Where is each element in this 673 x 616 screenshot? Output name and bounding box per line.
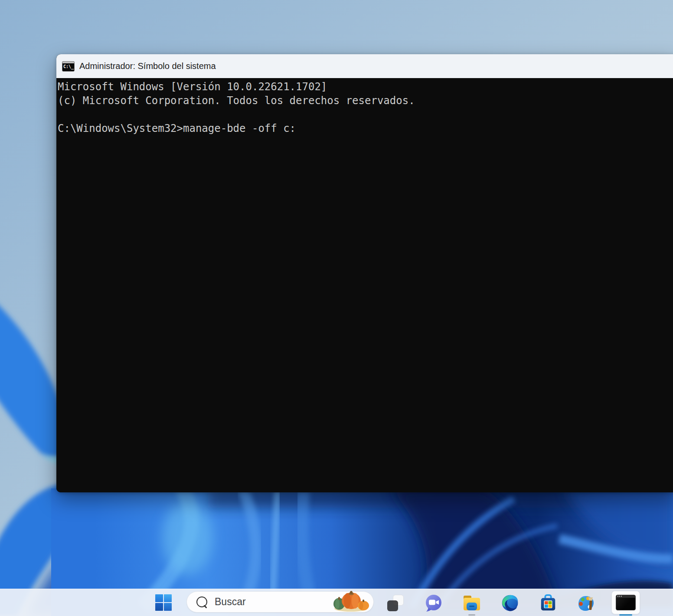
chat-icon (424, 593, 443, 613)
paint-button[interactable] (577, 593, 596, 613)
command-prompt-active-indicator (619, 614, 632, 616)
start-button[interactable] (154, 593, 173, 612)
pumpkins-icon (331, 587, 371, 612)
console-output[interactable]: Microsoft Windows [Versión 10.0.22621.17… (56, 78, 673, 492)
search-box[interactable]: Buscar (186, 591, 374, 613)
task-view-icon (387, 595, 404, 611)
microsoft-store-icon (539, 594, 557, 612)
console-line (58, 108, 673, 121)
window-titlebar[interactable]: C:\_ Administrador: Símbolo del sistema (56, 54, 673, 78)
edge-button[interactable] (500, 593, 519, 613)
command-prompt-taskbar-button[interactable] (611, 591, 640, 614)
console-line: (c) Microsoft Corporation. Todos los der… (58, 94, 673, 108)
command-prompt-icon (616, 595, 636, 610)
task-view-button[interactable] (386, 593, 405, 613)
console-line: C:\Windows\System32>manage-bde -off c: (58, 121, 673, 135)
file-explorer-running-indicator (468, 614, 475, 616)
search-placeholder: Buscar (215, 596, 246, 608)
microsoft-store-button[interactable] (539, 593, 558, 613)
file-explorer-icon (463, 595, 481, 611)
taskbar: Buscar (0, 589, 673, 616)
chat-button[interactable] (424, 593, 443, 613)
window-title: Administrador: Símbolo del sistema (79, 61, 216, 71)
cmd-window-icon: C:\_ (62, 61, 75, 72)
console-line: Microsoft Windows [Versión 10.0.22621.17… (58, 80, 673, 94)
paint-icon (577, 593, 596, 613)
edge-icon (501, 594, 519, 612)
file-explorer-button[interactable] (462, 593, 481, 613)
search-icon (196, 596, 207, 607)
command-prompt-window[interactable]: C:\_ Administrador: Símbolo del sistema … (56, 54, 673, 492)
windows-start-icon (155, 594, 172, 611)
